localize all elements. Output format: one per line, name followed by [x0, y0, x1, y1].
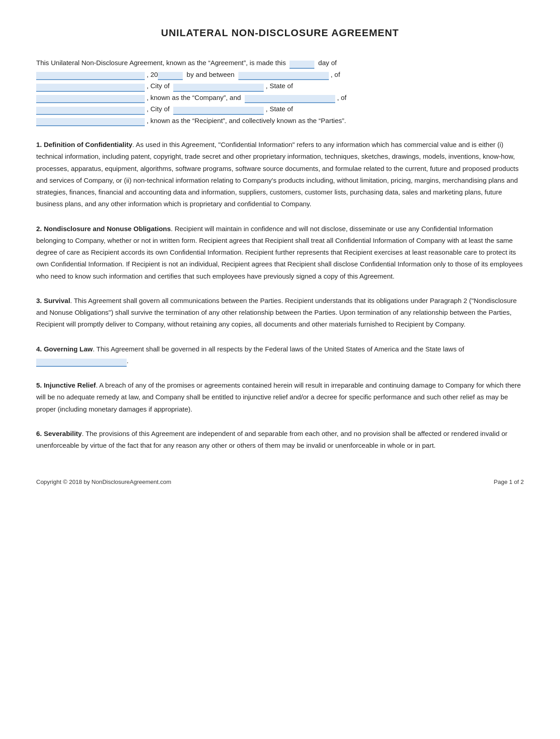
section-text-2: . Recipient will maintain in confidence …	[36, 225, 523, 280]
section-4: 4. Governing Law. This Agreement shall b…	[36, 343, 524, 367]
blank-state-law[interactable]	[36, 359, 127, 367]
blank-year[interactable]	[158, 72, 183, 80]
section-text-5: . A breach of any of the promises or agr…	[36, 381, 521, 413]
blank-party2-state[interactable]	[36, 118, 145, 126]
section-title-2: Nondisclosure and Nonuse Obligations	[44, 225, 171, 232]
blank-party1-state[interactable]	[36, 95, 145, 103]
sections-container: 1. Definition of Confidentiality. As use…	[36, 139, 524, 451]
section-number-5: 5.	[36, 381, 44, 389]
section-6: 6. Severability. The provisions of this …	[36, 428, 524, 452]
blank-party1-city[interactable]	[173, 84, 264, 92]
section-text-1: . As used in this Agreement, "Confidenti…	[36, 141, 518, 208]
section-2: 2. Nondisclosure and Nonuse Obligations.…	[36, 223, 524, 282]
intro-line3-mid: , State of	[266, 82, 293, 90]
section-title-5: Injunctive Relief	[44, 381, 96, 389]
intro-line4-post: , of	[337, 94, 346, 101]
intro-line4-pre: , known as the “Company”, and	[147, 94, 241, 101]
section-title-6: Severability	[44, 430, 82, 437]
page-number: Page 1 of 2	[494, 478, 524, 485]
intro-line1-pre: This Unilateral Non-Disclosure Agreement…	[36, 59, 286, 66]
blank-day[interactable]	[289, 61, 314, 69]
section-number-3: 3.	[36, 297, 44, 304]
intro-line6: , known as the “Recipient”, and collecti…	[147, 117, 346, 124]
intro-line2-post: , of	[331, 71, 340, 78]
page-title: UNILATERAL NON-DISCLOSURE AGREEMENT	[36, 27, 524, 39]
section-title-4: Governing Law	[44, 345, 93, 353]
section-text-3: . This Agreement shall govern all commun…	[36, 297, 517, 328]
intro-line2-pre: , 20	[147, 71, 158, 78]
blank-company-name[interactable]	[245, 95, 335, 103]
section-text-4: . This Agreement shall be governed in al…	[93, 345, 466, 353]
blank-party1-name[interactable]	[238, 72, 329, 80]
copyright: Copyright © 2018 by NonDisclosureAgreeme…	[36, 478, 171, 485]
section-text-6: . The provisions of this Agreement are i…	[36, 430, 508, 449]
section-number-4: 4.	[36, 345, 44, 353]
blank-party2-city[interactable]	[173, 107, 264, 115]
intro-line1-post: day of	[318, 59, 337, 66]
blank-year-line[interactable]	[36, 72, 145, 80]
intro-by-and-between: by and between	[187, 71, 235, 78]
intro-block: This Unilateral Non-Disclosure Agreement…	[36, 57, 524, 126]
section-number-6: 6.	[36, 430, 44, 437]
blank-party2-address[interactable]	[36, 107, 145, 115]
section-5: 5. Injunctive Relief. A breach of any of…	[36, 379, 524, 415]
section-title-1: Definition of Confidentiality	[44, 141, 133, 148]
section-number-1: 1.	[36, 141, 44, 148]
blank-party1-address[interactable]	[36, 84, 145, 92]
section-number-2: 2.	[36, 225, 44, 232]
intro-line5-pre: , City of	[147, 105, 170, 113]
section-1: 1. Definition of Confidentiality. As use…	[36, 139, 524, 210]
section-3: 3. Survival. This Agreement shall govern…	[36, 295, 524, 331]
section-title-3: Survival	[44, 297, 70, 304]
intro-line3-pre: , City of	[147, 82, 170, 90]
intro-line5-mid: , State of	[266, 105, 293, 113]
footer: Copyright © 2018 by NonDisclosureAgreeme…	[36, 478, 524, 485]
